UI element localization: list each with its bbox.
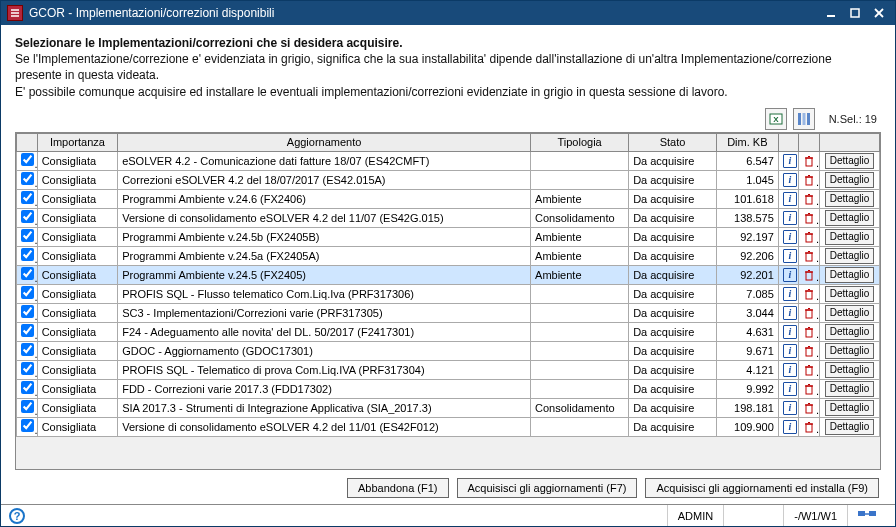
info-icon[interactable]: i — [783, 287, 797, 301]
info-icon[interactable]: i — [783, 420, 797, 434]
table-row[interactable]: ConsigliataSIA 2017.3 - Strumenti di Int… — [17, 398, 880, 417]
row-checkbox[interactable] — [21, 191, 34, 204]
table-row[interactable]: ConsigliataProgrammi Ambiente v.24.5a (F… — [17, 246, 880, 265]
cell-aggiornamento: PROFIS SQL - Telematico di prova Com.Liq… — [118, 360, 531, 379]
dettaglio-button[interactable]: Dettaglio — [825, 153, 874, 169]
info-icon[interactable]: i — [783, 268, 797, 282]
delete-icon[interactable] — [803, 381, 815, 395]
delete-icon[interactable] — [803, 400, 815, 414]
delete-icon[interactable] — [803, 305, 815, 319]
cell-stato: Da acquisire — [629, 189, 717, 208]
table-row[interactable]: ConsigliataProgrammi Ambiente v.24.5 (FX… — [17, 265, 880, 284]
columns-config-button[interactable] — [793, 108, 815, 130]
maximize-button[interactable] — [845, 5, 865, 21]
table-row[interactable]: ConsigliataF24 - Adeguamento alle novita… — [17, 322, 880, 341]
row-checkbox[interactable] — [21, 305, 34, 318]
cell-importanza: Consigliata — [37, 360, 118, 379]
dettaglio-button[interactable]: Dettaglio — [825, 400, 874, 416]
col-stato[interactable]: Stato — [629, 133, 717, 151]
col-aggiornamento[interactable]: Aggiornamento — [118, 133, 531, 151]
table-row[interactable]: ConsigliataPROFIS SQL - Telematico di pr… — [17, 360, 880, 379]
dettaglio-button[interactable]: Dettaglio — [825, 172, 874, 188]
delete-icon[interactable] — [803, 191, 815, 205]
delete-icon[interactable] — [803, 267, 815, 281]
dettaglio-button[interactable]: Dettaglio — [825, 229, 874, 245]
dettaglio-button[interactable]: Dettaglio — [825, 286, 874, 302]
delete-icon[interactable] — [803, 286, 815, 300]
table-row[interactable]: ConsigliataVersione di consolidamento eS… — [17, 208, 880, 227]
row-checkbox[interactable] — [21, 381, 34, 394]
svg-rect-30 — [806, 291, 812, 299]
row-checkbox[interactable] — [21, 210, 34, 223]
grid-scroll[interactable]: Importanza Aggiornamento Tipologia Stato… — [16, 133, 880, 469]
info-icon[interactable]: i — [783, 344, 797, 358]
col-tipologia[interactable]: Tipologia — [531, 133, 629, 151]
row-checkbox[interactable] — [21, 229, 34, 242]
table-row[interactable]: ConsigliataProgrammi Ambiente v.24.6 (FX… — [17, 189, 880, 208]
col-dimkb[interactable]: Dim. KB — [716, 133, 778, 151]
dettaglio-button[interactable]: Dettaglio — [825, 343, 874, 359]
col-importanza[interactable]: Importanza — [37, 133, 118, 151]
table-row[interactable]: ConsigliataProgrammi Ambiente v.24.5b (F… — [17, 227, 880, 246]
row-checkbox[interactable] — [21, 362, 34, 375]
table-row[interactable]: ConsigliataPROFIS SQL - Flusso telematic… — [17, 284, 880, 303]
dettaglio-button[interactable]: Dettaglio — [825, 191, 874, 207]
dettaglio-button[interactable]: Dettaglio — [825, 210, 874, 226]
row-checkbox[interactable] — [21, 343, 34, 356]
table-row[interactable]: ConsigliataeSOLVER 4.2 - Comunicazione d… — [17, 151, 880, 170]
row-checkbox[interactable] — [21, 324, 34, 337]
info-icon[interactable]: i — [783, 382, 797, 396]
delete-icon[interactable] — [803, 362, 815, 376]
delete-icon[interactable] — [803, 343, 815, 357]
delete-icon[interactable] — [803, 172, 815, 186]
row-checkbox[interactable] — [21, 267, 34, 280]
info-icon[interactable]: i — [783, 306, 797, 320]
info-icon[interactable]: i — [783, 154, 797, 168]
row-checkbox[interactable] — [21, 248, 34, 261]
table-row[interactable]: ConsigliataVersione di consolidamento eS… — [17, 417, 880, 436]
col-info — [778, 133, 799, 151]
dettaglio-button[interactable]: Dettaglio — [825, 381, 874, 397]
info-icon[interactable]: i — [783, 173, 797, 187]
svg-rect-42 — [806, 367, 812, 375]
acquisisci-installa-button[interactable]: Acquisisci gli aggiornamenti ed installa… — [645, 478, 879, 498]
delete-icon[interactable] — [803, 210, 815, 224]
minimize-button[interactable] — [821, 5, 841, 21]
row-checkbox[interactable] — [21, 172, 34, 185]
row-checkbox[interactable] — [21, 400, 34, 413]
row-checkbox[interactable] — [21, 286, 34, 299]
table-row[interactable]: ConsigliataFDD - Correzioni varie 2017.3… — [17, 379, 880, 398]
dettaglio-button[interactable]: Dettaglio — [825, 305, 874, 321]
export-excel-button[interactable]: X — [765, 108, 787, 130]
delete-icon[interactable] — [803, 229, 815, 243]
delete-icon[interactable] — [803, 419, 815, 433]
table-row[interactable]: ConsigliataGDOC - Aggiornamento (GDOC173… — [17, 341, 880, 360]
info-icon[interactable]: i — [783, 230, 797, 244]
col-checkbox[interactable] — [17, 133, 38, 151]
cell-aggiornamento: eSOLVER 4.2 - Comunicazione dati fatture… — [118, 151, 531, 170]
body: Selezionare le Implementazioni/correzion… — [1, 25, 895, 504]
dettaglio-button[interactable]: Dettaglio — [825, 248, 874, 264]
dettaglio-button[interactable]: Dettaglio — [825, 362, 874, 378]
info-icon[interactable]: i — [783, 249, 797, 263]
close-button[interactable] — [869, 5, 889, 21]
cell-dimkb: 6.547 — [716, 151, 778, 170]
info-icon[interactable]: i — [783, 325, 797, 339]
dettaglio-button[interactable]: Dettaglio — [825, 267, 874, 283]
info-icon[interactable]: i — [783, 363, 797, 377]
acquisisci-button[interactable]: Acquisisci gli aggiornamenti (F7) — [457, 478, 638, 498]
delete-icon[interactable] — [803, 153, 815, 167]
row-checkbox[interactable] — [21, 419, 34, 432]
delete-icon[interactable] — [803, 248, 815, 262]
info-icon[interactable]: i — [783, 211, 797, 225]
dettaglio-button[interactable]: Dettaglio — [825, 324, 874, 340]
table-row[interactable]: ConsigliataCorrezioni eSOLVER 4.2 del 18… — [17, 170, 880, 189]
dettaglio-button[interactable]: Dettaglio — [825, 419, 874, 435]
table-row[interactable]: ConsigliataSC3 - Implementazioni/Correzi… — [17, 303, 880, 322]
delete-icon[interactable] — [803, 324, 815, 338]
row-checkbox[interactable] — [21, 153, 34, 166]
help-icon[interactable]: ? — [9, 508, 25, 524]
info-icon[interactable]: i — [783, 192, 797, 206]
abbandona-button[interactable]: Abbandona (F1) — [347, 478, 449, 498]
info-icon[interactable]: i — [783, 401, 797, 415]
